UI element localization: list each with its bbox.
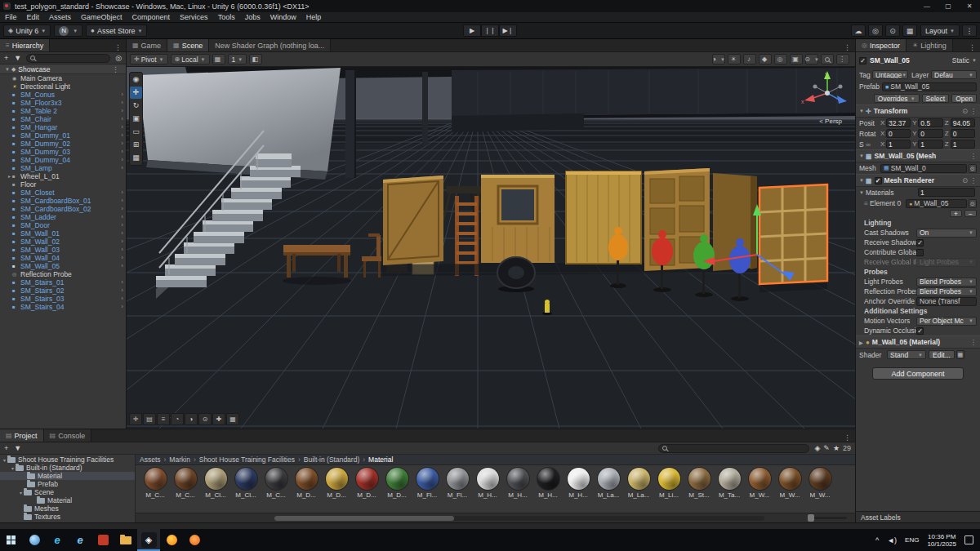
material-asset[interactable]: M_St... (684, 468, 714, 499)
scale-y-field[interactable]: 1 (918, 140, 942, 149)
hierarchy-item[interactable]: ■ SM_Dummy_01 › (0, 131, 126, 140)
create-asset-button[interactable]: + (2, 444, 10, 452)
hierarchy-item[interactable]: ■ SM_Chair › (0, 115, 126, 123)
transform-component-header[interactable]: ▼✛ Transform ⊙ ⋮ (856, 104, 980, 118)
breadcrumb-item[interactable]: Shoot House Training Facilities (190, 455, 295, 464)
panel-menu-icon[interactable]: ⋮ (964, 43, 980, 51)
search-by-label-icon[interactable]: ✎ (822, 444, 831, 452)
menu-item[interactable]: Help (301, 12, 327, 23)
breadcrumb-item[interactable]: Assets (140, 455, 161, 464)
folder-row[interactable]: Textures (0, 513, 135, 521)
chevron-down-icon[interactable]: ▼ (12, 54, 23, 62)
expand-arrow-icon[interactable]: ▾ (10, 465, 16, 471)
add-object-button[interactable]: + (2, 54, 10, 62)
material-asset[interactable]: M_Fl... (443, 468, 472, 499)
materials-row[interactable]: ▼ Materials 1 (856, 187, 980, 198)
close-button[interactable]: ✕ (959, 0, 980, 12)
chevron-down-icon[interactable]: ▼ (12, 444, 23, 452)
view-tool-button[interactable]: ◉ (130, 73, 142, 86)
asset-labels-bar[interactable]: Asset Labels (856, 511, 980, 522)
hierarchy-item[interactable]: ■ SM_Door › (0, 221, 126, 229)
expand-arrow-icon[interactable]: ▸ (7, 172, 12, 180)
scene-viewport[interactable]: y x ◉ ✛ ↻ ▣ ▭ ⊞ (127, 67, 855, 429)
prefab-chevron-icon[interactable]: › (121, 189, 126, 197)
hierarchy-item[interactable]: ■ SM_Stairs_03 › (0, 295, 126, 303)
tab-game[interactable]: ▦ Game (127, 39, 167, 51)
material-asset[interactable]: M_C... (140, 468, 170, 499)
language-indicator[interactable]: ENG (905, 536, 919, 544)
prefab-chevron-icon[interactable]: › (121, 213, 126, 221)
scale-x-field[interactable]: 1 (886, 140, 911, 149)
prefab-chevron-icon[interactable]: › (121, 197, 126, 205)
material-asset[interactable]: M_H... (503, 468, 532, 499)
select-button[interactable]: Select (922, 94, 950, 103)
hierarchy-item[interactable]: ■ SM_Wall_03 › (0, 246, 126, 254)
folder-row[interactable]: Material (0, 472, 135, 480)
menu-item[interactable]: Edit (22, 12, 45, 23)
start-button[interactable] (0, 529, 23, 551)
anchor-override-field[interactable]: None (Transf (916, 297, 977, 306)
prefab-chevron-icon[interactable]: › (121, 123, 126, 131)
hierarchy-item[interactable]: ■ SM_Lamp › (0, 164, 126, 172)
remove-material-button[interactable]: − (964, 210, 977, 217)
additional-settings-header[interactable]: Additional Settings (856, 306, 980, 316)
prefab-chevron-icon[interactable]: › (121, 140, 126, 148)
layout-dropdown[interactable]: Layout ▼ (920, 24, 960, 37)
material-asset[interactable]: M_C... (171, 468, 200, 499)
material-asset[interactable]: M_H... (533, 468, 563, 499)
material-asset[interactable]: M_W... (745, 468, 774, 499)
hierarchy-item[interactable]: ■ SM_Wall_02 › (0, 238, 126, 246)
tab-scene[interactable]: ▦ Scene (167, 39, 209, 51)
lighting-toggle-icon[interactable]: ☀ (728, 54, 741, 64)
mesh-renderer-component-header[interactable]: ▼▦ ✓ Mesh Renderer ⊙ ⋮ (856, 174, 980, 187)
component-menu-icon[interactable]: ⋮ (970, 338, 978, 346)
scale-tool-button[interactable]: ▣ (130, 113, 142, 125)
motion-vectors-dropdown[interactable]: Per Object Mc▼ (916, 317, 977, 326)
zoom-overlay-icon[interactable]: ⊙ (198, 413, 212, 425)
tab-project[interactable]: ▤ Project (0, 429, 44, 442)
minimize-button[interactable]: — (916, 0, 938, 12)
breadcrumb-item[interactable]: Markin (161, 455, 190, 464)
material-asset[interactable]: M_La... (624, 468, 653, 499)
folder-row[interactable]: Meshes (0, 504, 135, 513)
draw-mode-dropdown[interactable]: ◑▼ (712, 54, 725, 64)
scene-object-tire[interactable] (497, 257, 535, 292)
position-y-field[interactable]: 0.5 (918, 118, 942, 127)
mesh-object-field[interactable]: ▦ SM_Wall_0 (880, 164, 967, 173)
hierarchy-item[interactable]: ■ SM_Ladder › (0, 213, 126, 221)
menu-item[interactable]: Component (127, 12, 176, 23)
taskbar-red-app-icon[interactable] (91, 529, 114, 551)
taskbar-clock[interactable]: 10:36 PM 10/1/2025 (927, 533, 956, 548)
transform-tool-button[interactable]: ⊞ (130, 139, 142, 151)
contribute-global-checkbox[interactable] (916, 249, 924, 256)
mesh-filter-component-header[interactable]: ▼▦ SM_Wall_05 (Mesh ⋮ (856, 149, 980, 162)
shader-menu-icon[interactable]: ▦ (956, 350, 964, 359)
material-asset[interactable]: M_Li... (654, 468, 684, 499)
prefab-chevron-icon[interactable]: › (121, 229, 126, 238)
object-picker-icon[interactable]: ⊙ (969, 199, 977, 208)
prefab-chevron-icon[interactable]: › (121, 238, 126, 246)
grid-snap-icon[interactable]: ▦ (212, 54, 225, 64)
zoom-slider-knob[interactable] (808, 514, 814, 522)
prefab-chevron-icon[interactable]: › (121, 107, 126, 115)
shader-edit-button[interactable]: Edit... (929, 350, 955, 359)
prefab-chevron-icon[interactable]: › (121, 287, 126, 295)
component-enabled-checkbox[interactable]: ✓ (875, 177, 882, 184)
light-probes-dropdown[interactable]: Blend Probes▼ (916, 278, 977, 287)
panel-menu-icon[interactable]: ⋮ (110, 43, 126, 51)
scene-object-wall-01[interactable] (383, 176, 443, 265)
tray-expand-icon[interactable]: ^ (875, 536, 879, 544)
hierarchy-item[interactable]: ■ SM_Table 2 › (0, 107, 126, 115)
snap-overlay-icon[interactable]: ▦ (226, 413, 239, 425)
tab-inspector[interactable]: ◎ Inspector (856, 39, 906, 51)
hierarchy-item[interactable]: ☀ Directional Light (0, 82, 126, 91)
shader-dropdown[interactable]: Stand▼ (887, 350, 926, 359)
prefab-chevron-icon[interactable]: › (121, 164, 126, 172)
hierarchy-item[interactable]: ■ SM_Stairs_02 › (0, 287, 126, 295)
notifications-icon[interactable]: ◎ (868, 24, 883, 37)
hierarchy-item[interactable]: ■ SM_Conus › (0, 91, 126, 99)
scene-object-wall-03[interactable] (566, 171, 641, 264)
move-tool-button[interactable]: ✛ (130, 87, 142, 99)
expand-arrow-icon[interactable]: ▾ (18, 490, 24, 495)
hierarchy-item[interactable]: ■ Floor (0, 180, 126, 189)
